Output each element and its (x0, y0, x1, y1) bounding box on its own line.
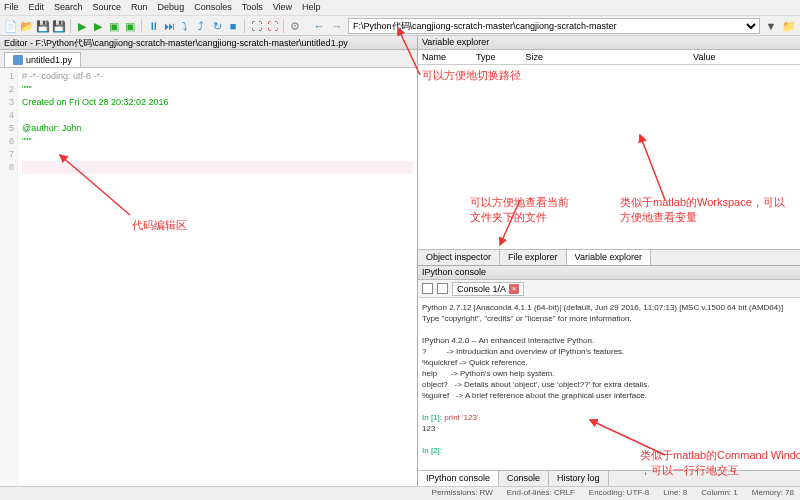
menu-source[interactable]: Source (93, 2, 122, 13)
save-all-icon[interactable]: 💾 (52, 19, 66, 33)
menu-edit[interactable]: Edit (29, 2, 45, 13)
separator (283, 19, 284, 33)
continue-icon[interactable]: ↻ (210, 19, 224, 33)
close-icon[interactable]: × (509, 284, 519, 294)
status-mem: Memory: 78 (752, 488, 794, 499)
open-icon[interactable]: 📂 (20, 19, 34, 33)
statusbar: Permissions: RW End-of-lines: CRLF Encod… (0, 486, 800, 500)
tab-label: untitled1.py (26, 55, 72, 65)
editor-title: Editor - F:\Python代码\cangjiong-scratch-m… (0, 36, 417, 50)
console-icon[interactable] (422, 283, 433, 294)
browse-icon[interactable]: 📁 (782, 19, 796, 33)
menu-tools[interactable]: Tools (242, 2, 263, 13)
new-file-icon[interactable]: 📄 (4, 19, 18, 33)
fwd-icon[interactable]: → (330, 19, 344, 33)
status-line: Line: 8 (663, 488, 687, 499)
config-icon[interactable]: ⚙ (288, 19, 302, 33)
stop-icon[interactable]: ■ (226, 19, 240, 33)
console-opts-icon[interactable] (437, 283, 448, 294)
back-icon[interactable]: ← (312, 19, 326, 33)
toolbar: 📄 📂 💾 💾 ▶ ▶ ▣ ▣ ⏸ ⏭ ⤵ ⤴ ↻ ■ ⛶ ⛶ ⚙ ← → F:… (0, 16, 800, 36)
var-exp-body[interactable] (418, 65, 800, 249)
inspector-tabs: Object inspector File explorer Variable … (418, 249, 800, 265)
tab-variable-explorer[interactable]: Variable explorer (567, 250, 651, 265)
run-cell-icon[interactable]: ▣ (107, 19, 121, 33)
line-gutter: 12345678 (0, 68, 18, 486)
run-cell-adv-icon[interactable]: ▣ (123, 19, 137, 33)
menu-consoles[interactable]: Consoles (194, 2, 232, 13)
status-col: Column: 1 (701, 488, 737, 499)
separator (70, 19, 71, 33)
menu-run[interactable]: Run (131, 2, 148, 13)
console-bottom-tabs: IPython console Console History log (418, 470, 800, 486)
col-name[interactable]: Name (422, 52, 446, 62)
max-icon[interactable]: ⛶ (249, 19, 263, 33)
run-icon[interactable]: ▶ (75, 19, 89, 33)
separator (141, 19, 142, 33)
python-file-icon (13, 55, 23, 65)
step-out-icon[interactable]: ⤴ (194, 19, 208, 33)
status-perm: Permissions: RW (432, 488, 493, 499)
console-output[interactable]: Python 2.7.12 |Anaconda 4.1.1 (64-bit)| … (418, 298, 800, 470)
menu-view[interactable]: View (273, 2, 292, 13)
col-value[interactable]: Value (693, 52, 715, 62)
path-dropdown[interactable]: F:\Python代码\cangjiong-scratch-master\can… (348, 18, 760, 34)
tab-history[interactable]: History log (549, 471, 609, 486)
tab-ipython[interactable]: IPython console (418, 471, 499, 486)
menu-search[interactable]: Search (54, 2, 83, 13)
console-tab[interactable]: Console 1/A × (452, 282, 524, 296)
col-type[interactable]: Type (476, 52, 496, 62)
step-in-icon[interactable]: ⤵ (178, 19, 192, 33)
code-editor[interactable]: 12345678 # -*- coding: utf-8 -*- """ Cre… (0, 68, 417, 486)
step-icon[interactable]: ⏭ (162, 19, 176, 33)
menu-debug[interactable]: Debug (158, 2, 185, 13)
col-size[interactable]: Size (526, 52, 544, 62)
tab-object-inspector[interactable]: Object inspector (418, 250, 500, 265)
save-icon[interactable]: 💾 (36, 19, 50, 33)
var-exp-header: Name Type Size Value (418, 50, 800, 65)
editor-pane: Editor - F:\Python代码\cangjiong-scratch-m… (0, 36, 418, 486)
full-icon[interactable]: ⛶ (265, 19, 279, 33)
ipy-title: IPython console (418, 266, 800, 280)
menu-help[interactable]: Help (302, 2, 321, 13)
tab-file-explorer[interactable]: File explorer (500, 250, 567, 265)
variable-explorer-pane: Variable explorer Name Type Size Value O… (418, 36, 800, 266)
status-enc: Encoding: UTF-8 (589, 488, 649, 499)
path-drop-icon[interactable]: ▼ (764, 19, 778, 33)
separator (244, 19, 245, 33)
code-area[interactable]: # -*- coding: utf-8 -*- """ Created on F… (18, 68, 417, 486)
editor-tab[interactable]: untitled1.py (4, 52, 81, 67)
tab-console[interactable]: Console (499, 471, 549, 486)
var-exp-title: Variable explorer (418, 36, 800, 50)
menubar: File Edit Search Source Run Debug Consol… (0, 0, 800, 16)
ipython-console-pane: IPython console Console 1/A × Python 2.7… (418, 266, 800, 486)
run-sel-icon[interactable]: ▶ (91, 19, 105, 33)
menu-file[interactable]: File (4, 2, 19, 13)
status-eol: End-of-lines: CRLF (507, 488, 575, 499)
debug-icon[interactable]: ⏸ (146, 19, 160, 33)
ipy-tab-bar: Console 1/A × (418, 280, 800, 298)
editor-tabs: untitled1.py (0, 50, 417, 68)
